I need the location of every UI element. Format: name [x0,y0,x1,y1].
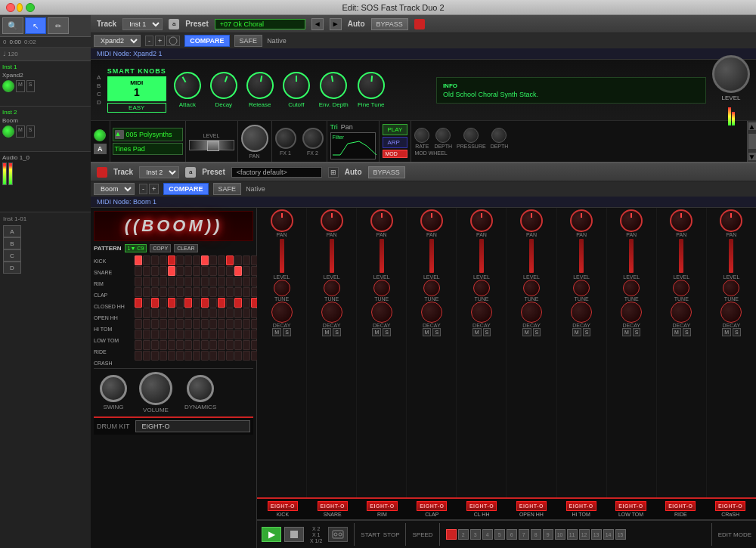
mod-depth-knob[interactable] [435,128,451,143]
pat-3[interactable]: 3 [470,529,481,540]
cell-k12[interactable] [226,255,234,265]
ch6-mute[interactable]: M [522,328,531,336]
ch10-decay[interactable] [720,302,742,323]
eightO-hitom[interactable]: EIGHT-O [566,501,596,511]
pat-active[interactable] [446,529,457,540]
ch3-level-fader[interactable] [380,239,384,273]
ch6-level-fader[interactable] [529,239,534,273]
zoom-tool[interactable]: 🔍 [2,17,23,34]
cell-k6[interactable] [176,255,184,265]
ch5-pan[interactable] [470,209,493,232]
ch2-decay[interactable] [321,302,342,323]
pat-11[interactable]: 11 [567,529,578,540]
fx2-knob[interactable] [302,128,324,149]
cell-k3[interactable] [151,255,159,265]
cell-k10[interactable] [209,255,217,265]
boom-record-btn[interactable] [97,167,107,178]
ch7-pan[interactable] [570,209,593,232]
ch4-level-fader[interactable] [429,239,434,273]
ch5-level-fader[interactable] [479,239,484,273]
ch4-pan[interactable] [420,209,443,232]
btn-c[interactable]: C [3,249,21,262]
eightO-lowtom[interactable]: EIGHT-O [615,501,646,511]
ch4-solo[interactable]: S [432,328,441,336]
ch9-decay[interactable] [671,302,692,323]
ch2-pan[interactable] [321,209,343,232]
pat-10[interactable]: 10 [555,529,565,540]
play-button[interactable]: ▶ [262,527,281,542]
ch7-level-fader[interactable] [579,239,584,273]
track1-inst-select[interactable]: Inst 1 [122,18,163,30]
cell-k14[interactable] [243,255,250,265]
boom-inst-select[interactable]: Inst 2 [139,166,179,178]
easy-btn[interactable]: EASY [107,103,166,113]
record-btn[interactable] [414,19,425,29]
decay-knob[interactable] [206,68,241,103]
tape-btn[interactable] [328,527,348,542]
pat-5[interactable]: 5 [494,529,505,540]
ch7-tune[interactable] [573,280,590,296]
btn-a[interactable]: A [3,225,21,237]
cell-k13[interactable] [234,255,242,265]
inst2-icon[interactable]: a [185,167,196,178]
ch1-tune[interactable] [274,280,290,296]
close-button[interactable] [6,3,15,12]
cell-k2[interactable] [143,255,150,265]
pencil-tool[interactable]: ✏ [48,17,69,34]
safe-button[interactable]: SAFE [234,35,263,47]
pat-4[interactable]: 4 [482,529,493,540]
mod-rate-knob[interactable] [414,128,429,143]
btn-d[interactable]: D [3,262,21,274]
ch5-decay[interactable] [471,302,492,323]
cell-k4[interactable] [160,255,167,265]
eightO-rim[interactable]: EIGHT-O [367,501,397,511]
ch8-pan[interactable] [620,209,643,232]
ch8-mute[interactable]: M [622,328,631,336]
ch9-mute[interactable]: M [672,328,681,336]
pat-15[interactable]: 15 [615,529,626,540]
preset-prev[interactable]: ◄ [311,18,324,30]
pat-12[interactable]: 12 [579,529,590,540]
ch1-level-fader[interactable] [280,239,284,273]
midi-icon[interactable] [166,36,180,46]
pat-13[interactable]: 13 [591,529,602,540]
eightO-crash[interactable]: EIGHT-O [715,501,745,511]
pat-7[interactable]: 7 [519,529,529,540]
fx1-knob[interactable] [275,128,296,149]
mute-btn[interactable]: M [16,80,25,92]
ch4-decay[interactable] [421,302,442,323]
eightO-kick[interactable]: EIGHT-O [268,501,298,511]
ch3-mute[interactable]: M [372,328,381,336]
compare-button[interactable]: COMPARE [184,35,229,47]
minus-btn[interactable]: - [145,36,153,46]
boom-minus-btn[interactable]: - [139,184,147,194]
solo-btn2[interactable]: S [26,125,35,138]
attack-knob[interactable] [169,67,206,104]
ch3-pan[interactable] [370,209,393,232]
pat-14[interactable]: 14 [603,529,614,540]
part-a-power[interactable] [94,129,106,141]
ch9-solo[interactable]: S [683,328,691,336]
boom-plus-btn[interactable]: + [149,184,159,194]
scrollbar-right[interactable]: ▲ ▼ [747,121,756,162]
mod-btn[interactable]: MOD [383,150,408,158]
plus-btn[interactable]: + [155,36,165,46]
btn-b[interactable]: B [3,237,21,249]
boom-copy-icon[interactable]: ⊞ [328,167,339,178]
inst1-icon[interactable]: a [169,19,179,29]
copy-button[interactable]: COPY [150,244,171,252]
ch1-pan[interactable] [271,209,293,232]
ch4-tune[interactable] [423,280,440,296]
ch4-mute[interactable]: M [423,328,432,336]
boom-compare-button[interactable]: COMPARE [163,183,208,195]
boom-plugin-select[interactable]: Boom [94,183,135,195]
ch10-pan[interactable] [720,209,742,232]
bypass-button[interactable]: BYPASS [371,18,408,30]
ch5-mute[interactable]: M [472,328,482,336]
cell-k9[interactable] [201,255,209,265]
solo-btn[interactable]: S [26,80,35,92]
cell-k8[interactable] [193,255,200,265]
track2-power[interactable] [2,125,14,138]
plugin-select[interactable]: Xpand2 [94,35,141,47]
boom-safe-button[interactable]: SAFE [213,183,242,195]
